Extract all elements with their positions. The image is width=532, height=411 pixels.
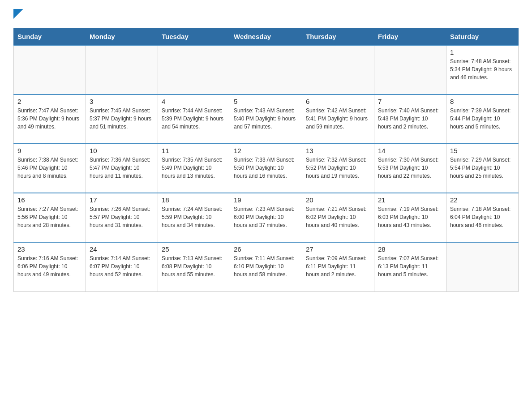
calendar-day-cell: 21Sunrise: 7:19 AM Sunset: 6:03 PM Dayli…: [374, 193, 446, 242]
day-info: Sunrise: 7:43 AM Sunset: 5:40 PM Dayligh…: [234, 107, 298, 131]
day-number: 7: [378, 98, 442, 105]
day-info: Sunrise: 7:44 AM Sunset: 5:39 PM Dayligh…: [162, 107, 226, 131]
day-info: Sunrise: 7:18 AM Sunset: 6:04 PM Dayligh…: [450, 205, 515, 229]
day-info: Sunrise: 7:39 AM Sunset: 5:44 PM Dayligh…: [450, 107, 515, 131]
day-info: Sunrise: 7:24 AM Sunset: 5:59 PM Dayligh…: [162, 205, 226, 229]
day-info: Sunrise: 7:36 AM Sunset: 5:47 PM Dayligh…: [90, 156, 154, 180]
day-number: 16: [17, 196, 82, 204]
day-info: Sunrise: 7:38 AM Sunset: 5:46 PM Dayligh…: [17, 156, 82, 180]
calendar-day-cell: [158, 45, 230, 94]
day-info: Sunrise: 7:09 AM Sunset: 6:11 PM Dayligh…: [306, 254, 370, 278]
day-info: Sunrise: 7:42 AM Sunset: 5:41 PM Dayligh…: [306, 107, 370, 131]
day-number: 17: [90, 196, 154, 204]
day-info: Sunrise: 7:32 AM Sunset: 5:52 PM Dayligh…: [306, 156, 370, 180]
calendar-day-cell: [86, 45, 158, 94]
day-info: Sunrise: 7:47 AM Sunset: 5:36 PM Dayligh…: [17, 107, 82, 131]
calendar-day-cell: 23Sunrise: 7:16 AM Sunset: 6:06 PM Dayli…: [14, 242, 86, 291]
day-of-week-header: Wednesday: [230, 28, 302, 46]
calendar-week-row: 9Sunrise: 7:38 AM Sunset: 5:46 PM Daylig…: [14, 144, 519, 193]
calendar-day-cell: 9Sunrise: 7:38 AM Sunset: 5:46 PM Daylig…: [14, 144, 86, 193]
calendar-day-cell: [302, 45, 374, 94]
calendar-header-row: SundayMondayTuesdayWednesdayThursdayFrid…: [14, 28, 519, 46]
day-number: 5: [234, 98, 298, 105]
day-info: Sunrise: 7:07 AM Sunset: 6:13 PM Dayligh…: [378, 254, 442, 278]
day-info: Sunrise: 7:21 AM Sunset: 6:02 PM Dayligh…: [306, 205, 370, 229]
day-number: 25: [162, 245, 226, 253]
calendar-day-cell: 5Sunrise: 7:43 AM Sunset: 5:40 PM Daylig…: [230, 94, 302, 144]
day-info: Sunrise: 7:27 AM Sunset: 5:56 PM Dayligh…: [17, 205, 82, 229]
day-info: Sunrise: 7:30 AM Sunset: 5:53 PM Dayligh…: [378, 156, 442, 180]
calendar-day-cell: 12Sunrise: 7:33 AM Sunset: 5:50 PM Dayli…: [230, 144, 302, 193]
calendar-day-cell: 14Sunrise: 7:30 AM Sunset: 5:53 PM Dayli…: [374, 144, 446, 193]
day-info: Sunrise: 7:11 AM Sunset: 6:10 PM Dayligh…: [234, 254, 298, 278]
calendar-day-cell: 18Sunrise: 7:24 AM Sunset: 5:59 PM Dayli…: [158, 193, 230, 242]
calendar-day-cell: 15Sunrise: 7:29 AM Sunset: 5:54 PM Dayli…: [446, 144, 519, 193]
day-number: 27: [306, 245, 370, 253]
calendar-day-cell: 27Sunrise: 7:09 AM Sunset: 6:11 PM Dayli…: [302, 242, 374, 291]
calendar-day-cell: [446, 242, 519, 291]
calendar-day-cell: 1Sunrise: 7:48 AM Sunset: 5:34 PM Daylig…: [446, 45, 519, 94]
day-number: 15: [450, 147, 515, 154]
day-of-week-header: Thursday: [302, 28, 374, 46]
calendar-day-cell: 6Sunrise: 7:42 AM Sunset: 5:41 PM Daylig…: [302, 94, 374, 144]
day-number: 26: [234, 245, 298, 253]
calendar-day-cell: 17Sunrise: 7:26 AM Sunset: 5:57 PM Dayli…: [86, 193, 158, 242]
calendar-day-cell: 10Sunrise: 7:36 AM Sunset: 5:47 PM Dayli…: [86, 144, 158, 193]
day-info: Sunrise: 7:19 AM Sunset: 6:03 PM Dayligh…: [378, 205, 442, 229]
svg-marker-0: [13, 9, 23, 19]
day-number: 10: [90, 147, 154, 154]
calendar-day-cell: [374, 45, 446, 94]
calendar-week-row: 16Sunrise: 7:27 AM Sunset: 5:56 PM Dayli…: [14, 193, 519, 242]
day-info: Sunrise: 7:14 AM Sunset: 6:07 PM Dayligh…: [90, 254, 154, 278]
day-number: 1: [450, 48, 515, 56]
calendar-day-cell: 22Sunrise: 7:18 AM Sunset: 6:04 PM Dayli…: [446, 193, 519, 242]
day-of-week-header: Monday: [86, 28, 158, 46]
day-number: 3: [90, 98, 154, 105]
day-number: 24: [90, 245, 154, 253]
day-of-week-header: Tuesday: [158, 28, 230, 46]
day-number: 8: [450, 98, 515, 105]
calendar-day-cell: 24Sunrise: 7:14 AM Sunset: 6:07 PM Dayli…: [86, 242, 158, 291]
calendar-day-cell: 20Sunrise: 7:21 AM Sunset: 6:02 PM Dayli…: [302, 193, 374, 242]
day-number: 20: [306, 196, 370, 204]
day-info: Sunrise: 7:48 AM Sunset: 5:34 PM Dayligh…: [450, 57, 515, 81]
calendar-day-cell: 26Sunrise: 7:11 AM Sunset: 6:10 PM Dayli…: [230, 242, 302, 291]
calendar-table: SundayMondayTuesdayWednesdayThursdayFrid…: [13, 28, 519, 292]
day-number: 21: [378, 196, 442, 204]
day-number: 12: [234, 147, 298, 154]
calendar-day-cell: 3Sunrise: 7:45 AM Sunset: 5:37 PM Daylig…: [86, 94, 158, 144]
day-number: 28: [378, 245, 442, 253]
day-info: Sunrise: 7:13 AM Sunset: 6:08 PM Dayligh…: [162, 254, 226, 278]
day-info: Sunrise: 7:40 AM Sunset: 5:43 PM Dayligh…: [378, 107, 442, 131]
day-info: Sunrise: 7:26 AM Sunset: 5:57 PM Dayligh…: [90, 205, 154, 229]
day-info: Sunrise: 7:29 AM Sunset: 5:54 PM Dayligh…: [450, 156, 515, 180]
logo-triangle-icon: [13, 9, 23, 19]
calendar-day-cell: 11Sunrise: 7:35 AM Sunset: 5:49 PM Dayli…: [158, 144, 230, 193]
day-number: 22: [450, 196, 515, 204]
calendar-day-cell: 16Sunrise: 7:27 AM Sunset: 5:56 PM Dayli…: [14, 193, 86, 242]
day-number: 13: [306, 147, 370, 154]
day-number: 18: [162, 196, 226, 204]
day-info: Sunrise: 7:45 AM Sunset: 5:37 PM Dayligh…: [90, 107, 154, 131]
calendar-day-cell: 2Sunrise: 7:47 AM Sunset: 5:36 PM Daylig…: [14, 94, 86, 144]
calendar-day-cell: [230, 45, 302, 94]
calendar-day-cell: 25Sunrise: 7:13 AM Sunset: 6:08 PM Dayli…: [158, 242, 230, 291]
calendar-day-cell: [14, 45, 86, 94]
day-number: 4: [162, 98, 226, 105]
day-info: Sunrise: 7:33 AM Sunset: 5:50 PM Dayligh…: [234, 156, 298, 180]
calendar-week-row: 1Sunrise: 7:48 AM Sunset: 5:34 PM Daylig…: [14, 45, 519, 94]
calendar-day-cell: 13Sunrise: 7:32 AM Sunset: 5:52 PM Dayli…: [302, 144, 374, 193]
day-info: Sunrise: 7:16 AM Sunset: 6:06 PM Dayligh…: [17, 254, 82, 278]
calendar-day-cell: 4Sunrise: 7:44 AM Sunset: 5:39 PM Daylig…: [158, 94, 230, 144]
day-of-week-header: Sunday: [14, 28, 86, 46]
day-of-week-header: Saturday: [446, 28, 519, 46]
calendar-day-cell: 19Sunrise: 7:23 AM Sunset: 6:00 PM Dayli…: [230, 193, 302, 242]
calendar-week-row: 23Sunrise: 7:16 AM Sunset: 6:06 PM Dayli…: [14, 242, 519, 291]
day-of-week-header: Friday: [374, 28, 446, 46]
calendar-day-cell: 7Sunrise: 7:40 AM Sunset: 5:43 PM Daylig…: [374, 94, 446, 144]
day-number: 2: [17, 98, 82, 105]
day-number: 11: [162, 147, 226, 154]
day-number: 6: [306, 98, 370, 105]
day-info: Sunrise: 7:23 AM Sunset: 6:00 PM Dayligh…: [234, 205, 298, 229]
calendar-week-row: 2Sunrise: 7:47 AM Sunset: 5:36 PM Daylig…: [14, 94, 519, 144]
